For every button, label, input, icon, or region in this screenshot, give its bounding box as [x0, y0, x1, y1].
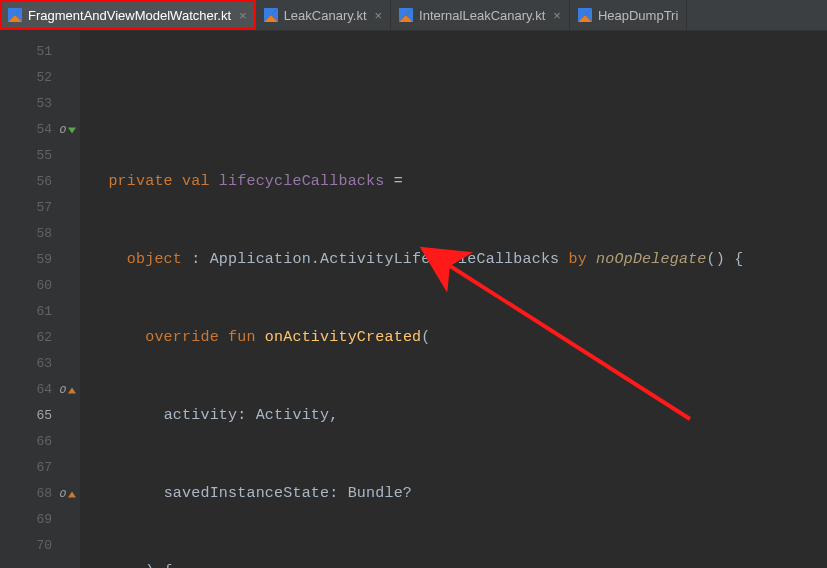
line-number: 65	[0, 403, 80, 429]
line-number: 56	[0, 169, 80, 195]
close-icon[interactable]: ×	[553, 9, 561, 22]
line-number: 54 O	[0, 117, 80, 143]
line-number: 62	[0, 325, 80, 351]
code-line	[90, 91, 753, 117]
editor-tab-internalleakcanary[interactable]: InternalLeakCanary.kt ×	[391, 0, 570, 30]
line-number: 59	[0, 247, 80, 273]
editor-tab-bar: FragmentAndViewModelWatcher.kt × LeakCan…	[0, 0, 827, 31]
override-marker-icon[interactable]: O	[59, 385, 76, 396]
gutter: 51 52 53 54 O 55 56 57 58 59 60 61 62 63…	[0, 31, 80, 568]
code-line: object : Application.ActivityLifecycleCa…	[90, 247, 753, 273]
code-line: override fun onActivityCreated(	[90, 325, 753, 351]
editor-tab-leakcanary[interactable]: LeakCanary.kt ×	[256, 0, 391, 30]
line-number: 52	[0, 65, 80, 91]
override-marker-icon[interactable]: O	[59, 125, 76, 136]
close-icon[interactable]: ×	[239, 9, 247, 22]
line-number: 61	[0, 299, 80, 325]
line-number: 68 O	[0, 481, 80, 507]
code-line: private val lifecycleCallbacks =	[90, 169, 753, 195]
line-number: 51	[0, 39, 80, 65]
line-number: 55	[0, 143, 80, 169]
code-line: ) {	[90, 559, 753, 568]
code-line: activity: Activity,	[90, 403, 753, 429]
line-number: 53	[0, 91, 80, 117]
kotlin-file-icon	[8, 8, 22, 22]
line-number: 58	[0, 221, 80, 247]
line-number: 70	[0, 533, 80, 559]
line-number: 66	[0, 429, 80, 455]
line-number: 69	[0, 507, 80, 533]
tab-label: LeakCanary.kt	[284, 8, 367, 23]
line-number: 63	[0, 351, 80, 377]
kotlin-file-icon	[399, 8, 413, 22]
override-marker-icon[interactable]: O	[59, 489, 76, 500]
kotlin-file-icon	[264, 8, 278, 22]
tab-label: HeapDumpTri	[598, 8, 678, 23]
kotlin-file-icon	[578, 8, 592, 22]
code-editor[interactable]: 51 52 53 54 O 55 56 57 58 59 60 61 62 63…	[0, 31, 827, 568]
editor-tab-heapdump[interactable]: HeapDumpTri	[570, 0, 687, 30]
tab-label: FragmentAndViewModelWatcher.kt	[28, 8, 231, 23]
editor-tab-fragmentwatcher[interactable]: FragmentAndViewModelWatcher.kt ×	[0, 0, 256, 30]
code-line: savedInstanceState: Bundle?	[90, 481, 753, 507]
code-area[interactable]: private val lifecycleCallbacks = object …	[80, 31, 753, 568]
line-number: 67	[0, 455, 80, 481]
close-icon[interactable]: ×	[375, 9, 383, 22]
line-number: 60	[0, 273, 80, 299]
tab-label: InternalLeakCanary.kt	[419, 8, 545, 23]
line-number: 57	[0, 195, 80, 221]
line-number: 64 O	[0, 377, 80, 403]
